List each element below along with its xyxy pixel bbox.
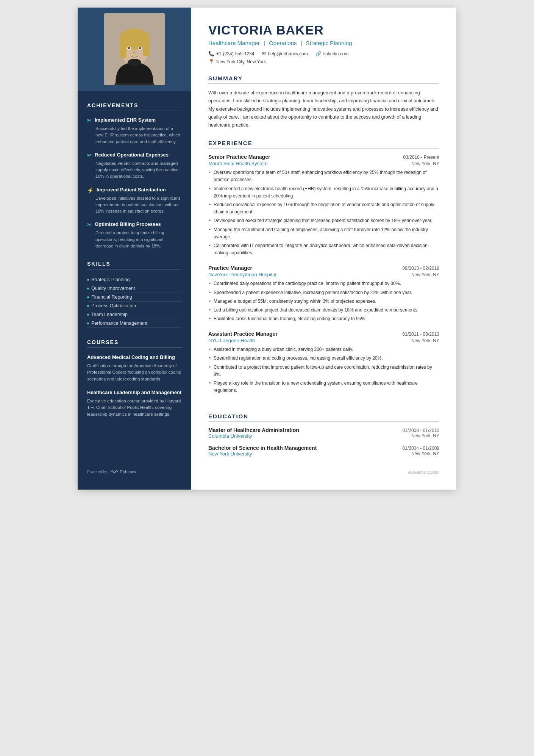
experience-item: Practice Manager 09/2013 - 02/2018 NewYo… (208, 265, 439, 322)
phone-number: +1-(234)-555-1234 (216, 51, 254, 56)
exp-location: New York, NY (411, 161, 439, 166)
exp-date: 01/2011 - 08/2013 (403, 332, 439, 337)
photo-section (78, 8, 191, 91)
edu-subheader: Columbia University New York, NY (208, 433, 439, 439)
education-list: Master of Healthcare Administration 01/2… (208, 427, 439, 457)
achievement-desc: Negotiated vendor contracts and managed … (87, 160, 182, 180)
edu-location: New York, NY (411, 433, 439, 439)
title-part-2: Operations (269, 40, 297, 46)
powered-by-text: Powered by (87, 470, 107, 474)
exp-bullets-list: Oversaw operations for a team of 50+ sta… (208, 169, 439, 257)
summary-text: With over a decade of experience in heal… (208, 89, 439, 129)
exp-subheader: NYU Langone Health New York, NY (208, 338, 439, 343)
skill-item: Quality Improvement (87, 284, 182, 293)
achievement-title-text: Optimized Billing Processes (95, 221, 161, 227)
skill-dot (87, 322, 89, 324)
svg-point-9 (128, 47, 130, 49)
exp-header: Senior Practice Manager 03/2018 - Presen… (208, 154, 439, 160)
exp-company: Mount Sinai Health System (208, 161, 268, 166)
courses-section: COURSES Advanced Medical Coding and Bill… (87, 339, 182, 418)
location-text: New York City, New York (216, 59, 266, 64)
exp-job-title: Assistant Practice Manager (208, 331, 278, 337)
exp-job-title: Practice Manager (208, 265, 252, 271)
achievement-title-row: ✂ Optimized Billing Processes (87, 221, 182, 228)
separator-1: | (264, 40, 267, 46)
edu-header: Bachelor of Science in Health Management… (208, 445, 439, 451)
email-icon: ✉ (262, 51, 266, 56)
edu-degree: Master of Healthcare Administration (208, 427, 299, 433)
achievement-item: ✂ Reduced Operational Expenses Negotiate… (87, 152, 182, 180)
achievement-icon: ✂ (87, 152, 92, 158)
summary-title: SUMMARY (208, 75, 439, 84)
edu-school: New York University (208, 451, 252, 457)
experience-bullet: Collaborated with IT department to integ… (208, 242, 439, 257)
exp-date: 03/2018 - Present (403, 155, 439, 160)
edu-school: Columbia University (208, 433, 252, 439)
skills-section: SKILLS Strategic PlanningQuality Improve… (87, 261, 182, 328)
achievement-item: ⚡ Improved Patient Satisfaction Develope… (87, 187, 182, 215)
experience-bullet: Contributed to a project that improved p… (208, 364, 439, 378)
exp-bullets-list: Assisted in managing a busy urban clinic… (208, 346, 439, 394)
achievement-title-text: Improved Patient Satisfaction (97, 187, 166, 193)
edu-subheader: New York University New York, NY (208, 451, 439, 457)
achievement-title-text: Reduced Operational Expenses (95, 152, 169, 158)
experience-bullet: Managed a budget of $5M, consistently st… (208, 298, 439, 305)
skill-dot (87, 288, 89, 290)
experience-bullet: Reduced operational expenses by 10% thro… (208, 201, 439, 216)
candidate-title: Healthcare Manager | Operations | Strate… (208, 40, 439, 46)
courses-list: Advanced Medical Coding and Billing Cert… (87, 354, 182, 418)
svg-rect-6 (143, 39, 150, 56)
experience-bullet: Facilitated cross-functional team traini… (208, 315, 439, 322)
skill-label: Financial Reporting (91, 294, 132, 300)
skill-label: Team Leadership (91, 312, 128, 317)
experience-bullet: Played a key role in the transition to a… (208, 380, 439, 394)
skill-dot (87, 279, 89, 281)
skill-item: Strategic Planning (87, 275, 182, 284)
course-desc: Certification through the American Acade… (87, 363, 182, 382)
candidate-name: VICTORIA BAKER (208, 23, 439, 38)
course-item: Advanced Medical Coding and Billing Cert… (87, 354, 182, 382)
svg-point-10 (139, 47, 141, 49)
sidebar-content: ACHIEVEMENTS ✂ Implemented EHR System Su… (78, 91, 191, 440)
main-footer: www.enhancv.com (208, 463, 439, 474)
achievement-icon: ⚡ (87, 187, 94, 193)
exp-date: 09/2013 - 02/2018 (403, 266, 439, 271)
achievement-title-row: ✂ Reduced Operational Expenses (87, 152, 182, 158)
contact-row: 📞 +1-(234)-555-1234 ✉ help@enhancv.com 🔗… (208, 51, 439, 56)
skill-item: Process Optimization (87, 302, 182, 310)
svg-rect-5 (119, 39, 126, 58)
resume-header: VICTORIA BAKER Healthcare Manager | Oper… (208, 23, 439, 64)
resume-wrapper: ACHIEVEMENTS ✂ Implemented EHR System Su… (78, 8, 456, 490)
enhancv-name: Enhancv (120, 470, 136, 474)
experience-bullet: Spearheaded a patient experience initiat… (208, 289, 439, 296)
profile-photo (104, 13, 165, 85)
achievement-item: ✂ Optimized Billing Processes Directed a… (87, 221, 182, 249)
achievements-title: ACHIEVEMENTS (87, 102, 182, 111)
exp-bullets-list: Coordinated daily operations of the card… (208, 280, 439, 322)
achievement-title-text: Implemented EHR System (95, 117, 156, 123)
achievement-item: ✂ Implemented EHR System Successfully le… (87, 117, 182, 145)
skill-label: Performance Management (91, 321, 147, 326)
skill-item: Financial Reporting (87, 293, 182, 302)
exp-header: Assistant Practice Manager 01/2011 - 08/… (208, 331, 439, 337)
skill-label: Process Optimization (91, 303, 136, 308)
experience-item: Assistant Practice Manager 01/2011 - 08/… (208, 331, 439, 394)
achievement-desc: Successfully led the implementation of a… (87, 125, 182, 145)
sidebar-footer: Powered by Enhancv (78, 463, 191, 474)
skills-list: Strategic PlanningQuality ImprovementFin… (87, 275, 182, 328)
experience-bullet: Oversaw operations for a team of 50+ sta… (208, 169, 439, 183)
achievement-title-row: ✂ Implemented EHR System (87, 117, 182, 124)
location-row: 📍 New York City, New York (208, 59, 439, 64)
linkedin-contact: 🔗 linkedin.com (315, 51, 349, 56)
experience-bullet: Assisted in managing a busy urban clinic… (208, 346, 439, 353)
exp-company: NewYork-Presbyterian Hospital (208, 272, 276, 277)
education-title: EDUCATION (208, 413, 439, 422)
education-item: Master of Healthcare Administration 01/2… (208, 427, 439, 439)
course-title: Advanced Medical Coding and Billing (87, 354, 182, 361)
summary-section: SUMMARY With over a decade of experience… (208, 75, 439, 129)
skill-label: Strategic Planning (91, 277, 130, 282)
skill-item: Team Leadership (87, 310, 182, 319)
phone-icon: 📞 (208, 51, 214, 56)
phone-contact: 📞 +1-(234)-555-1234 (208, 51, 254, 56)
experience-title: EXPERIENCE (208, 140, 439, 149)
